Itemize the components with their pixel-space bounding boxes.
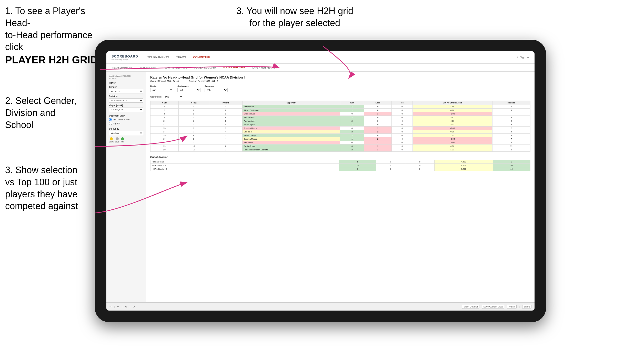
out-of-division-title: Out of division [150,156,530,159]
sidebar-player-rank-select[interactable]: 8. Katelyn Vo [109,108,143,112]
logo-sub: Powered by clippd [112,59,140,61]
subnav: TEAM SUMMARY TEAM H2H GRID TEAM H2H HEAT… [106,64,535,72]
instruction-step3-bot: 3. Show selection vs Top 100 or just pla… [5,164,92,212]
colour-by-label: Colour by [109,128,143,130]
subnav-player-h2h-heatmap[interactable]: PLAYER H2H HEATMAP [250,65,278,70]
toolbar-refresh[interactable]: ⟳ [133,305,135,308]
col-div: # Div [150,101,179,105]
colour-legend-section: Colour by Win/loss Down Level [109,128,143,143]
nav-items: TOURNAMENTS TEAMS COMMITTEE [147,55,517,60]
sidebar-updated: Last Updated: 27/03/2024 16:55:38 [109,75,143,80]
logo-wrap: SCOREBOARD Powered by clippd [112,54,140,61]
legend-down: Down [109,137,114,143]
sidebar-radio-opponents[interactable]: Opponents Played [109,118,143,121]
toolbar-view-original[interactable]: View: Original [462,305,479,309]
subnav-player-summary[interactable]: PLAYER SUMMARY [194,65,217,70]
filter-conference-select[interactable]: (All) [177,88,200,92]
toolbar-redo[interactable]: ↪ [117,305,119,308]
nav-committee[interactable]: COMMITTEE [193,55,210,60]
sidebar-player-label: Player [109,82,143,84]
sidebar: Last Updated: 27/03/2024 16:55:38 Player… [106,72,146,302]
tablet: SCOREBOARD Powered by clippd TOURNAMENTS… [95,40,546,322]
subnav-team-h2h-heatmap[interactable]: TEAM H2H HEATMAP [163,65,188,70]
filters-row: Region (All) Conference (All) Opponent [150,85,530,92]
opponents-filter-select[interactable]: (All) [163,95,183,99]
h2h-title: Katelyn Vo Head-to-Head Grid for Women's… [150,75,530,79]
col-conf: # Conf [209,101,242,105]
navbar: SCOREBOARD Powered by clippd TOURNAMENTS… [106,51,535,64]
instruction-step2: 2. Select Gender, Division and School [5,95,92,131]
toolbar-controls[interactable]: ⚙ [125,305,127,308]
record-row: Overall Record: 353 - 34 - 6 Division Re… [150,80,530,82]
overall-record-label: Overall Record: 353 - 34 - 6 [150,80,179,82]
subnav-team-h2h-grid[interactable]: TEAM H2H GRID [137,65,157,70]
instruction-step1: 1. To see a Player's Head- to-Head perfo… [5,5,103,66]
col-win: Win [340,101,364,105]
col-tie: Tie [392,101,413,105]
col-rounds: Rounds [492,101,530,105]
sidebar-division-select[interactable]: NCAA Division III [109,98,143,103]
toolbar-watch[interactable]: Watch [507,305,516,309]
nav-right: i | Sign out [517,56,529,59]
nav-teams[interactable]: TEAMS [176,55,186,60]
instruction-step3-top: 3. You will now see H2H grid for the pla… [231,5,359,29]
col-reg: # Reg [178,101,209,105]
col-opponent: Opponent [243,101,340,105]
subnav-team-summary[interactable]: TEAM SUMMARY [112,65,132,70]
sidebar-gender-label: Gender [109,86,143,88]
tablet-screen: SCOREBOARD Powered by clippd TOURNAMENTS… [106,51,535,311]
sidebar-radio-group: Opponents Played Top 100 [109,118,143,125]
col-diff: Diff Av Strokes/Rnd [412,101,492,105]
filter-region-select[interactable]: (All) [150,88,173,92]
filter-conference: Conference (All) [177,85,200,92]
main-content: Last Updated: 27/03/2024 16:55:38 Player… [106,72,535,302]
sidebar-radio-top100[interactable]: Top 100 [109,122,143,125]
colour-by-select[interactable]: Win/loss [109,131,143,135]
opponents-label: Opponents: (All) [150,95,530,99]
sidebar-opponent-view-label: Opponent view [109,114,143,117]
sidebar-player-section: Player Gender Women's Division NCAA Divi… [109,82,143,112]
toolbar-undo[interactable]: ↩ [109,305,112,308]
col-loss: Loss [364,101,392,105]
legend-level: Level [115,137,119,143]
data-area: Katelyn Vo Head-to-Head Grid for Women's… [146,72,535,302]
sidebar-opponent-view-section: Opponent view Opponents Played Top 100 [109,114,143,125]
toolbar: ↩ | ↪ | ⚙ | ⟳ View: Original Save Custom… [106,302,535,311]
legend-items: Down Level Up [109,137,143,143]
filter-opponent: Opponent (All) [205,85,228,92]
logo: SCOREBOARD [112,54,138,58]
division-record-label: Division Record: 331 - 34 - 6 [189,80,218,82]
toolbar-save-custom[interactable]: Save Custom View [482,305,505,309]
filter-opponent-select[interactable]: (All) [205,88,228,92]
sidebar-division-label: Division [109,95,143,98]
filter-region: Region (All) [150,85,173,92]
h2h-table: # Div # Reg # Conf Opponent Win Loss Tie… [150,101,530,152]
subnav-player-h2h-grid[interactable]: PLAYER H2H GRID [222,65,245,70]
toolbar-share[interactable]: Share [522,305,531,309]
out-of-division-table: Foreign Team 1 0 0 4.500 2 NAIA Division… [150,160,530,171]
sidebar-gender-select[interactable]: Women's [109,89,143,93]
legend-up: Up [121,137,124,143]
sidebar-player-rank-label: Player (Rank) [109,104,143,107]
nav-tournaments[interactable]: TOURNAMENTS [147,55,169,60]
